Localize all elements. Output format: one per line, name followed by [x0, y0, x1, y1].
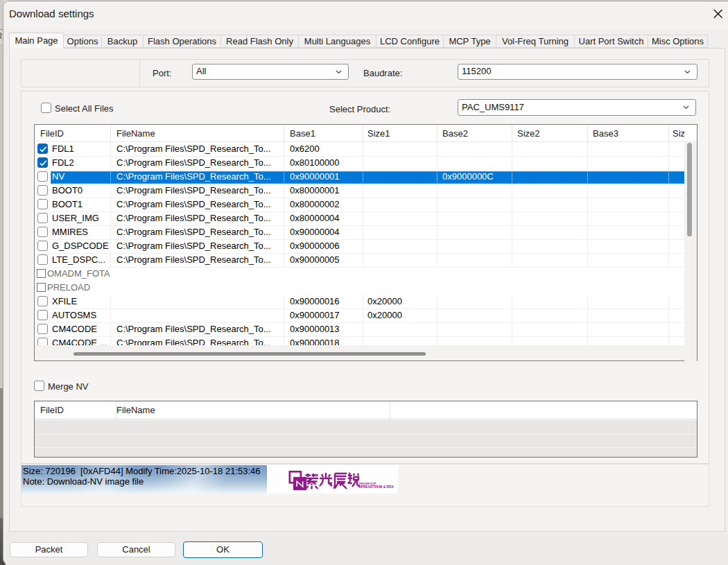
svg-text:SPREADTRUM & RDA: SPREADTRUM & RDA [359, 485, 395, 489]
svg-text:UNIGROUP: UNIGROUP [359, 482, 376, 485]
